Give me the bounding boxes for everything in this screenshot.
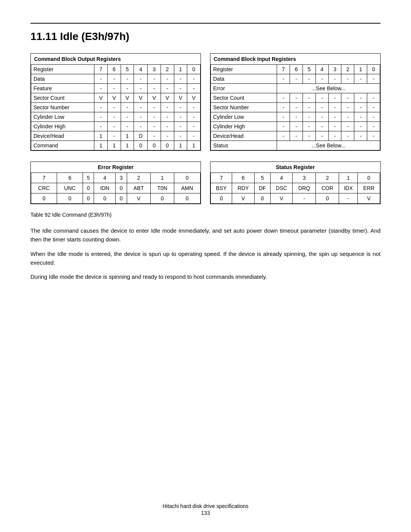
output-col-4: 4 <box>134 65 148 74</box>
output-cell: - <box>148 84 161 93</box>
output-col-register: Register <box>31 65 94 74</box>
output-cell: - <box>121 122 134 131</box>
output-cell: - <box>148 74 161 84</box>
output-table-col-headers: Register 7 6 5 4 3 2 1 0 <box>31 65 201 74</box>
input-cell: - <box>303 112 315 122</box>
page: 11.11 Idle (E3h/97h) Command Block Outpu… <box>0 0 411 532</box>
error-cell: UNC <box>57 183 83 193</box>
input-col-3: 3 <box>328 65 341 74</box>
paragraph-3: During Idle mode the device is spinning … <box>30 272 381 281</box>
err-col-5: 5 <box>83 173 94 183</box>
status-register-table: Status Register 7 6 5 4 3 2 1 0 BSYRDYDF… <box>210 162 380 204</box>
output-cell: 1 <box>108 141 121 150</box>
output-cell: - <box>148 131 161 141</box>
output-cell: 1 <box>121 141 134 150</box>
input-cell: - <box>315 122 328 131</box>
output-col-7: 7 <box>94 65 108 74</box>
status-cell: V <box>232 193 255 204</box>
error-cell: 0 <box>174 193 200 204</box>
input-cell: - <box>315 131 328 141</box>
output-register-name: Sector Number <box>31 103 94 112</box>
err-col-6: 6 <box>57 173 83 183</box>
paragraph-1: The Idle command causes the device to en… <box>30 226 381 244</box>
status-cell: BSY <box>211 183 232 193</box>
input-cell: - <box>367 93 380 103</box>
err-col-1: 1 <box>151 173 174 183</box>
input-table-header: Command Block Input Registers <box>211 54 380 65</box>
output-cell: - <box>174 84 187 93</box>
input-cell: - <box>277 122 290 131</box>
input-cell: - <box>303 131 315 141</box>
output-cell: - <box>174 122 187 131</box>
output-cell: - <box>108 103 121 112</box>
output-table-row: Device/Head1-1D---- <box>31 131 201 141</box>
error-table-body: CRCUNC0IDN0ABTT0NAMN00000V00 <box>31 183 201 204</box>
input-cell: - <box>341 103 354 112</box>
input-col-2: 2 <box>341 65 354 74</box>
input-cell: - <box>290 103 303 112</box>
output-col-6: 6 <box>108 65 121 74</box>
input-cell: - <box>277 103 290 112</box>
input-cell: - <box>328 122 341 131</box>
output-cell: - <box>134 112 148 122</box>
error-cell: 0 <box>57 193 83 204</box>
output-register-name: Data <box>31 74 94 84</box>
section-title: 11.11 Idle (E3h/97h) <box>30 30 381 43</box>
input-table-header-row: Command Block Input Registers <box>211 54 380 65</box>
input-cell: - <box>315 93 328 103</box>
input-register-name: Error <box>211 84 277 93</box>
output-cell: - <box>187 103 201 112</box>
error-table-row: CRCUNC0IDN0ABTT0NAMN <box>31 183 201 193</box>
input-cell: - <box>341 112 354 122</box>
output-cell: - <box>108 112 121 122</box>
error-cell: 0 <box>83 183 94 193</box>
output-cell: - <box>108 131 121 141</box>
input-table-row: Cylinder Low-------- <box>211 112 380 122</box>
output-table-row: Command11100011 <box>31 141 201 150</box>
footer-line1: Hitachi hard disk drive specifications <box>0 503 411 509</box>
err-col-4: 4 <box>94 173 116 183</box>
input-table-row: Error...See Below... <box>211 84 380 93</box>
input-registers-table-wrap: Command Block Input Registers Register 7… <box>210 53 381 151</box>
stat-col-4: 4 <box>270 173 293 183</box>
input-cell: - <box>354 131 367 141</box>
err-col-0: 0 <box>174 173 200 183</box>
output-cell: - <box>161 122 174 131</box>
status-cell: 0 <box>316 193 339 204</box>
input-cell: - <box>315 112 328 122</box>
input-table-row: Cylinder High-------- <box>211 122 380 131</box>
stat-col-1: 1 <box>339 173 358 183</box>
error-register-wrap: Error Register 7 6 5 4 3 2 1 0 CRCUNC0ID… <box>30 161 201 204</box>
output-cell: - <box>121 103 134 112</box>
input-cell: - <box>303 103 315 112</box>
status-cell: 0 <box>254 193 270 204</box>
input-cell: - <box>303 93 315 103</box>
output-cell: 1 <box>94 141 108 150</box>
output-cell: V <box>148 93 161 103</box>
error-cell: CRC <box>31 183 57 193</box>
output-cell: - <box>94 84 108 93</box>
output-cell: - <box>187 112 201 122</box>
input-col-7: 7 <box>277 65 290 74</box>
input-register-name: Cylinder High <box>211 122 277 131</box>
error-cell: V <box>127 193 151 204</box>
top-tables-row: Command Block Output Registers Register … <box>30 53 381 151</box>
error-cell: IDN <box>94 183 116 193</box>
output-cell: - <box>161 84 174 93</box>
output-cell: - <box>174 103 187 112</box>
input-cell: - <box>328 74 341 84</box>
input-col-0: 0 <box>367 65 380 74</box>
input-cell: - <box>328 103 341 112</box>
input-cell: - <box>290 93 303 103</box>
output-cell: 1 <box>187 141 201 150</box>
output-cell: - <box>161 131 174 141</box>
err-col-2: 2 <box>127 173 151 183</box>
status-cell: DSC <box>270 183 293 193</box>
input-register-name: Device/Head <box>211 131 277 141</box>
status-cell: 0 <box>211 193 232 204</box>
status-cell: V <box>358 193 380 204</box>
input-col-5: 5 <box>303 65 315 74</box>
input-cell: - <box>367 103 380 112</box>
output-cell: - <box>161 103 174 112</box>
output-cell: 0 <box>161 141 174 150</box>
